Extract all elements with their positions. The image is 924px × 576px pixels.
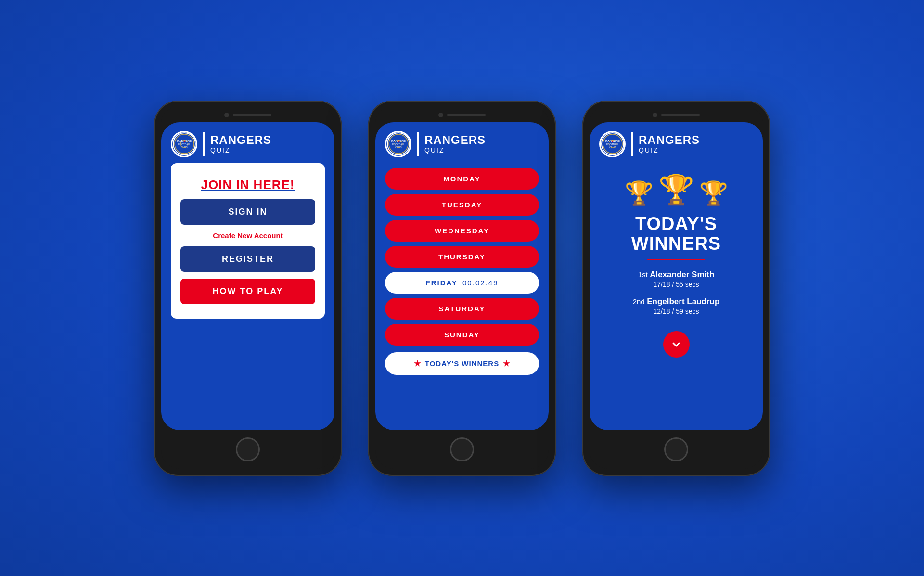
saturday-button[interactable]: SATURDAY bbox=[385, 298, 539, 320]
create-account-label: Create New Account bbox=[213, 231, 282, 240]
chevron-down-button[interactable] bbox=[663, 331, 690, 358]
winner-1-name: Alexander Smith bbox=[650, 270, 714, 279]
winner-2-name: Engelbert Laudrup bbox=[647, 297, 719, 306]
friday-time: 00:02:49 bbox=[462, 279, 498, 287]
phone-3: RANGERS FOOTBALL CLUB RANGERS QUIZ 🏆 bbox=[582, 101, 770, 476]
phone-3-home-button[interactable] bbox=[664, 437, 688, 461]
club-logo-3: RANGERS FOOTBALL CLUB bbox=[599, 131, 626, 157]
phones-container: RANGERS FOOTBALL CLUB RANGERS QUIZ JOIN … bbox=[154, 101, 770, 476]
star-right-icon: ★ bbox=[503, 359, 510, 368]
header-divider-2 bbox=[417, 132, 419, 156]
how-to-play-button[interactable]: HOW TO PLAY bbox=[180, 279, 315, 304]
winner-2-position: 2nd bbox=[633, 297, 645, 306]
join-title: JOIN IN HERE! bbox=[201, 178, 295, 192]
phone-1-camera bbox=[224, 113, 229, 117]
phone-3-camera bbox=[653, 113, 657, 117]
header-divider-1 bbox=[203, 132, 205, 156]
trophies-area: 🏆 🏆 🏆 bbox=[625, 173, 728, 207]
winner-1-position: 1st bbox=[638, 270, 648, 279]
winner-2-position-name: 2nd Engelbert Laudrup bbox=[633, 297, 720, 307]
phone-1-screen: RANGERS FOOTBALL CLUB RANGERS QUIZ JOIN … bbox=[161, 122, 334, 430]
thursday-button[interactable]: THURSDAY bbox=[385, 246, 539, 268]
header-title-2: RANGERS bbox=[424, 134, 486, 146]
phone-2-camera bbox=[438, 113, 443, 117]
sunday-button[interactable]: SUNDAY bbox=[385, 324, 539, 346]
phone-3-header: RANGERS FOOTBALL CLUB RANGERS QUIZ bbox=[590, 122, 763, 163]
wednesday-button[interactable]: WEDNESDAY bbox=[385, 220, 539, 242]
trophy-left-icon: 🏆 bbox=[625, 180, 654, 207]
star-left-icon: ★ bbox=[414, 359, 421, 368]
friday-label: FRIDAY bbox=[426, 279, 458, 287]
sign-in-button[interactable]: SIGN IN bbox=[180, 199, 315, 225]
phone-2-home-button[interactable] bbox=[450, 437, 474, 461]
schedule-screen: MONDAY TUESDAY WEDNESDAY THURSDAY FRIDAY… bbox=[375, 163, 549, 430]
phone-1-header: RANGERS FOOTBALL CLUB RANGERS QUIZ bbox=[161, 122, 334, 163]
header-title-1: RANGERS bbox=[210, 134, 271, 146]
phone-1-top bbox=[161, 108, 334, 122]
header-divider-3 bbox=[631, 132, 633, 156]
winner-2-score: 12/18 / 59 secs bbox=[633, 307, 720, 315]
header-text-2: RANGERS QUIZ bbox=[424, 134, 486, 154]
winner-1-score: 17/18 / 55 secs bbox=[638, 281, 715, 288]
friday-button[interactable]: FRIDAY 00:02:49 bbox=[385, 272, 539, 294]
login-screen: JOIN IN HERE! SIGN IN Create New Account… bbox=[161, 163, 334, 430]
club-logo-1: RANGERS FOOTBALL CLUB bbox=[171, 131, 197, 157]
phone-3-bottom bbox=[590, 430, 763, 469]
winners-title-line1: TODAY'S bbox=[635, 214, 717, 234]
red-underline-decoration bbox=[647, 259, 705, 260]
phone-1-bottom bbox=[161, 430, 334, 469]
winner-1-entry: 1st Alexander Smith 17/18 / 55 secs bbox=[638, 270, 715, 288]
header-title-3: RANGERS bbox=[639, 134, 700, 146]
winners-screen: 🏆 🏆 🏆 TODAY'S WINNERS 1st Alexander Smit… bbox=[590, 163, 763, 430]
club-logo-2: RANGERS FOOTBALL CLUB bbox=[385, 131, 411, 157]
phone-1-speaker bbox=[233, 114, 271, 116]
phone-3-speaker bbox=[661, 114, 700, 116]
phone-3-screen: RANGERS FOOTBALL CLUB RANGERS QUIZ 🏆 bbox=[590, 122, 763, 430]
trophy-right-icon: 🏆 bbox=[699, 180, 728, 207]
phone-2-top bbox=[375, 108, 549, 122]
phone-1: RANGERS FOOTBALL CLUB RANGERS QUIZ JOIN … bbox=[154, 101, 342, 476]
monday-button[interactable]: MONDAY bbox=[385, 168, 539, 190]
phone-3-top bbox=[590, 108, 763, 122]
phone-1-home-button[interactable] bbox=[236, 437, 260, 461]
phone-2-screen: RANGERS FOOTBALL CLUB RANGERS QUIZ MONDA… bbox=[375, 122, 549, 430]
todays-winners-button[interactable]: ★ TODAY'S WINNERS ★ bbox=[385, 352, 539, 375]
register-button[interactable]: REGISTER bbox=[180, 246, 315, 272]
login-card: JOIN IN HERE! SIGN IN Create New Account… bbox=[171, 163, 325, 319]
phone-2-bottom bbox=[375, 430, 549, 469]
header-subtitle-3: QUIZ bbox=[639, 146, 700, 154]
phone-2-speaker bbox=[447, 114, 486, 116]
winners-title: TODAY'S WINNERS bbox=[631, 214, 721, 255]
winners-btn-label: TODAY'S WINNERS bbox=[425, 359, 499, 368]
winner-2-entry: 2nd Engelbert Laudrup 12/18 / 59 secs bbox=[633, 297, 720, 315]
phone-2: RANGERS FOOTBALL CLUB RANGERS QUIZ MONDA… bbox=[368, 101, 556, 476]
phone-2-header: RANGERS FOOTBALL CLUB RANGERS QUIZ bbox=[375, 122, 549, 163]
tuesday-button[interactable]: TUESDAY bbox=[385, 194, 539, 216]
winners-title-line2: WINNERS bbox=[631, 233, 721, 254]
header-text-3: RANGERS QUIZ bbox=[639, 134, 700, 154]
chevron-down-icon bbox=[670, 339, 682, 350]
winner-1-position-name: 1st Alexander Smith bbox=[638, 270, 715, 280]
header-text-1: RANGERS QUIZ bbox=[210, 134, 271, 154]
trophy-center-icon: 🏆 bbox=[658, 173, 694, 207]
header-subtitle-2: QUIZ bbox=[424, 146, 486, 154]
header-subtitle-1: QUIZ bbox=[210, 146, 271, 154]
